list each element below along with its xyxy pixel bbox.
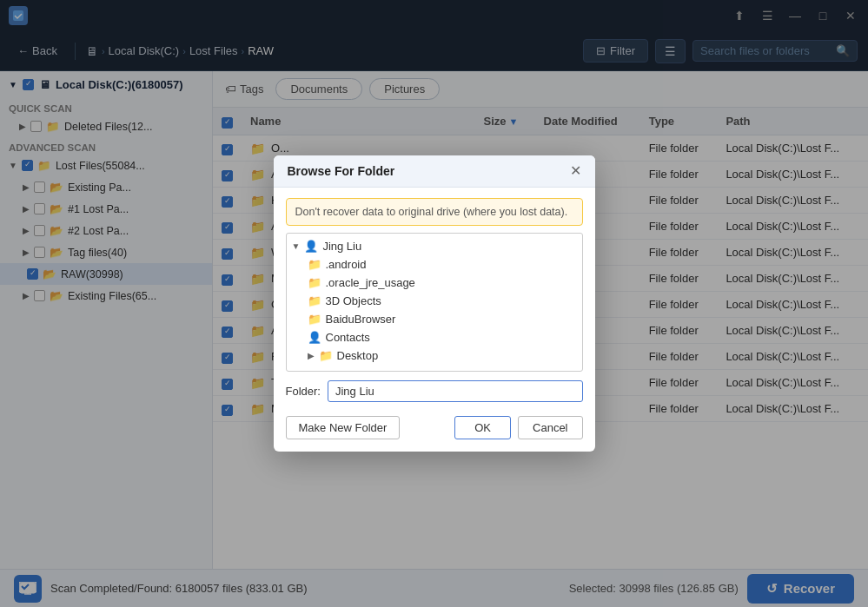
modal-title: Browse For Folder [288, 164, 395, 178]
modal-close-button[interactable]: ✕ [570, 164, 581, 178]
tree-3dobjects-icon: 📁 [308, 294, 321, 307]
make-new-folder-button[interactable]: Make New Folder [286, 416, 401, 439]
tree-desktop-chevron: ▶ [308, 351, 315, 360]
tree-baidu-icon: 📁 [308, 313, 321, 326]
tree-oracle-icon: 📁 [308, 276, 321, 289]
tree-contacts-icon: 👤 [308, 331, 321, 344]
tree-item-desktop[interactable]: ▶ 📁 Desktop [287, 346, 582, 365]
tree-item-3dobjects[interactable]: 📁 3D Objects [287, 292, 582, 310]
modal-folder-row: Folder: [286, 380, 583, 402]
tree-item-oracle[interactable]: 📁 .oracle_jre_usage [287, 274, 582, 292]
tree-3dobjects-label: 3D Objects [326, 294, 381, 307]
tree-desktop-label: Desktop [337, 349, 379, 362]
tree-item-contacts[interactable]: 👤 Contacts [287, 328, 582, 346]
tree-baidu-label: BaiduBrowser [326, 313, 396, 326]
tree-android-icon: 📁 [308, 258, 321, 271]
tree-root-user-icon: 👤 [304, 240, 318, 253]
tree-android-label: .android [326, 258, 367, 271]
modal-folder-label: Folder: [286, 385, 321, 398]
tree-desktop-icon: 📁 [319, 349, 333, 362]
tree-oracle-label: .oracle_jre_usage [326, 276, 415, 289]
modal-folder-input[interactable] [328, 380, 583, 402]
tree-root-chevron: ▼ [292, 241, 301, 251]
modal-ok-button[interactable]: OK [454, 416, 511, 439]
modal-cancel-button[interactable]: Cancel [518, 416, 582, 439]
tree-item-android[interactable]: 📁 .android [287, 255, 582, 274]
folder-tree[interactable]: ▼ 👤 Jing Liu 📁 .android 📁 .oracle_jre_us… [286, 233, 583, 372]
tree-root-label: Jing Liu [322, 240, 361, 253]
modal-warning: Don't recover data to original drive (wh… [286, 198, 583, 226]
modal-buttons: Make New Folder OK Cancel [274, 407, 595, 452]
modal-overlay[interactable]: Browse For Folder ✕ Don't recover data t… [0, 0, 868, 607]
tree-item-root[interactable]: ▼ 👤 Jing Liu [287, 237, 582, 255]
tree-contacts-label: Contacts [326, 331, 370, 344]
modal-header: Browse For Folder ✕ [274, 155, 595, 188]
browse-folder-modal: Browse For Folder ✕ Don't recover data t… [274, 155, 595, 452]
modal-ok-cancel: OK Cancel [454, 416, 582, 439]
tree-item-baidu[interactable]: 📁 BaiduBrowser [287, 310, 582, 328]
